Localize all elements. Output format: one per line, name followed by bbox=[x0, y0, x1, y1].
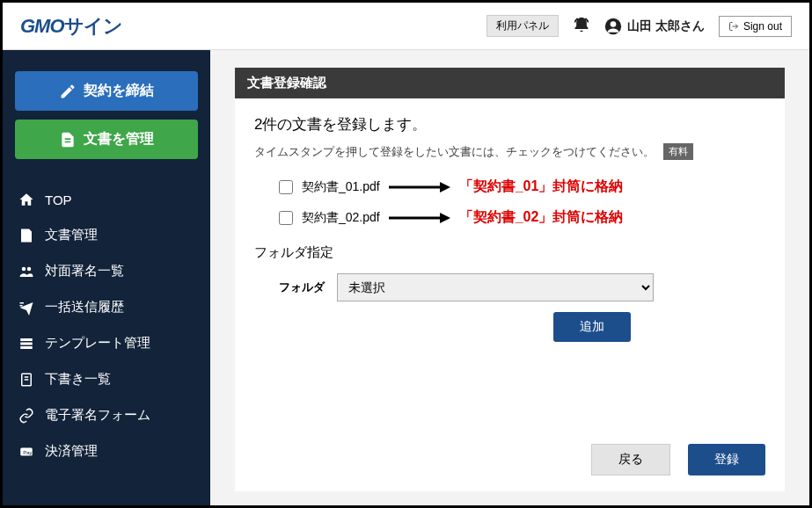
user-chip[interactable]: 山田 太郎さん bbox=[604, 18, 705, 35]
register-description: タイムスタンプを押して登録をしたい文書には、チェックをつけてください。 有料 bbox=[254, 143, 765, 160]
pen-icon bbox=[59, 83, 77, 100]
add-folder-button[interactable]: 追加 bbox=[553, 312, 631, 342]
back-button[interactable]: 戻る bbox=[591, 444, 670, 475]
file-row: 契約書_02.pdf 「契約書_02」封筒に格納 bbox=[279, 208, 765, 227]
nav-item-inperson[interactable]: 対面署名一覧 bbox=[15, 255, 198, 287]
folder-section: フォルダ指定 フォルダ 未選択 追加 bbox=[254, 244, 765, 342]
file-name: 契約書_02.pdf bbox=[302, 210, 380, 226]
logo: GMOサイン bbox=[20, 13, 122, 40]
svg-point-2 bbox=[22, 266, 26, 271]
file-row: 契約書_01.pdf 「契約書_01」封筒に格納 bbox=[279, 178, 765, 196]
svg-point-3 bbox=[27, 266, 32, 271]
manage-documents-button[interactable]: 文書を管理 bbox=[15, 120, 198, 159]
nav-item-esign-form[interactable]: 電子署名フォーム bbox=[15, 399, 198, 432]
annotation-text: 「契約書_01」封筒に格納 bbox=[459, 178, 624, 196]
usage-panel-button[interactable]: 利用パネル bbox=[486, 15, 559, 37]
footer-buttons: 戻る 登録 bbox=[254, 435, 765, 475]
folder-select[interactable]: 未選択 bbox=[337, 273, 654, 301]
folder-label: フォルダ bbox=[279, 279, 325, 295]
folder-section-title: フォルダ指定 bbox=[254, 244, 765, 261]
storage-icon bbox=[18, 336, 34, 352]
file-name: 契約書_01.pdf bbox=[302, 179, 380, 195]
section-title: 文書登録確認 bbox=[235, 68, 785, 98]
svg-marker-10 bbox=[440, 213, 450, 223]
logo-gmo: GMO bbox=[20, 15, 64, 37]
logo-sign: サイン bbox=[64, 15, 122, 37]
sidebar: 契約を締結 文書を管理 TOP 文書管理 対面署名一覧 一括送信履歴 bbox=[3, 50, 210, 505]
home-icon bbox=[18, 192, 34, 207]
signout-icon bbox=[728, 21, 739, 32]
app-header: GMOサイン 利用パネル 山田 太郎さん Sign out bbox=[3, 3, 809, 50]
nav-item-payment[interactable]: Pay 決済管理 bbox=[15, 435, 198, 468]
file-checkbox-2[interactable] bbox=[279, 211, 293, 225]
svg-point-1 bbox=[611, 21, 617, 27]
file-list: 契約書_01.pdf 「契約書_01」封筒に格納 契約書_02.pdf 「契約書… bbox=[279, 178, 765, 227]
nav-item-documents[interactable]: 文書管理 bbox=[15, 219, 198, 251]
people-icon bbox=[18, 264, 34, 279]
draft-icon bbox=[18, 372, 34, 388]
link-icon bbox=[18, 408, 34, 424]
pay-icon: Pay bbox=[18, 444, 34, 460]
alarm-icon[interactable] bbox=[573, 16, 590, 37]
paid-badge: 有料 bbox=[663, 143, 693, 160]
nav-item-drafts[interactable]: 下書き一覧 bbox=[15, 363, 198, 396]
nav-item-templates[interactable]: テンプレート管理 bbox=[15, 327, 198, 359]
doc-list-icon bbox=[18, 228, 34, 243]
svg-text:Pay: Pay bbox=[23, 450, 32, 455]
send-icon bbox=[18, 300, 34, 316]
nav-list: TOP 文書管理 対面署名一覧 一括送信履歴 テンプレート管理 下書き一覧 bbox=[15, 184, 198, 468]
nav-item-bulk[interactable]: 一括送信履歴 bbox=[15, 291, 198, 323]
arrow-icon bbox=[389, 182, 450, 192]
signout-button[interactable]: Sign out bbox=[719, 16, 792, 37]
conclude-contract-button[interactable]: 契約を締結 bbox=[15, 71, 198, 111]
user-avatar-icon bbox=[604, 18, 622, 35]
main-content: 文書登録確認 2件の文書を登録します。 タイムスタンプを押して登録をしたい文書に… bbox=[210, 50, 809, 505]
register-button[interactable]: 登録 bbox=[688, 444, 765, 475]
nav-item-top[interactable]: TOP bbox=[15, 184, 198, 215]
file-checkbox-1[interactable] bbox=[279, 180, 293, 194]
user-name: 山田 太郎さん bbox=[627, 18, 705, 34]
annotation-text: 「契約書_02」封筒に格納 bbox=[459, 208, 624, 227]
register-heading: 2件の文書を登録します。 bbox=[254, 114, 765, 134]
register-panel: 2件の文書を登録します。 タイムスタンプを押して登録をしたい文書には、チェックを… bbox=[235, 98, 785, 491]
arrow-icon bbox=[389, 213, 450, 223]
document-icon bbox=[59, 131, 77, 149]
svg-marker-8 bbox=[440, 182, 450, 192]
